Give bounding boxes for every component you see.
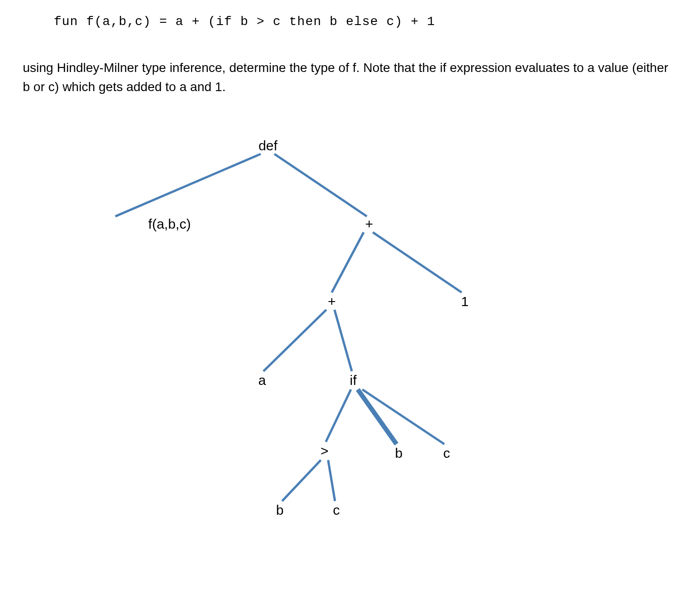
node-gt: > xyxy=(320,443,329,459)
tree-edges xyxy=(0,123,700,579)
edge-plus1-plus2 xyxy=(332,232,364,292)
node-b2: b xyxy=(276,502,284,518)
node-if: if xyxy=(350,373,357,388)
edge-gt-b xyxy=(282,460,321,501)
node-c1: c xyxy=(443,445,450,461)
node-plus1: + xyxy=(365,216,373,232)
node-def: def xyxy=(258,138,278,154)
edge-gt-c xyxy=(328,460,335,501)
code-line: fun f(a,b,c) = a + (if b > c then b else… xyxy=(54,15,435,29)
node-one: 1 xyxy=(461,294,469,309)
node-b1: b xyxy=(395,445,403,461)
edge-def-plus1 xyxy=(274,154,367,216)
description-text: using Hindley-Milner type inference, det… xyxy=(23,58,677,97)
edge-if-gt xyxy=(326,389,351,442)
node-fabc: f(a,b,c) xyxy=(148,216,190,232)
edge-plus2-a xyxy=(263,310,326,371)
edge-plus2-if xyxy=(335,310,352,371)
node-plus2: + xyxy=(328,294,336,309)
edge-if-b xyxy=(358,389,396,444)
edge-def-fabc xyxy=(115,154,261,216)
node-c2: c xyxy=(333,502,340,518)
node-a: a xyxy=(258,373,266,388)
edge-plus1-one xyxy=(373,232,462,292)
tree-diagram: def f(a,b,c) + + 1 a if > b c b c xyxy=(0,123,700,579)
